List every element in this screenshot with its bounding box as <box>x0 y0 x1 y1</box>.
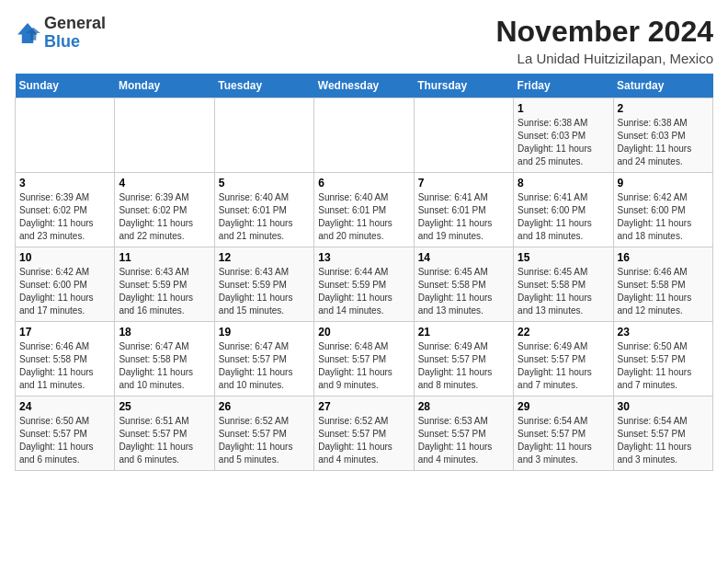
day-number: 5 <box>219 177 310 190</box>
day-number: 4 <box>119 177 210 190</box>
calendar-cell: 19Sunrise: 6:47 AM Sunset: 5:57 PM Dayli… <box>214 322 313 396</box>
day-number: 22 <box>518 326 609 339</box>
day-info: Sunrise: 6:41 AM Sunset: 6:01 PM Dayligh… <box>418 191 509 243</box>
day-number: 15 <box>518 251 609 264</box>
calendar-cell: 3Sunrise: 6:39 AM Sunset: 6:02 PM Daylig… <box>16 173 115 247</box>
day-info: Sunrise: 6:52 AM Sunset: 5:57 PM Dayligh… <box>318 415 409 466</box>
calendar-cell: 8Sunrise: 6:41 AM Sunset: 6:00 PM Daylig… <box>514 173 613 247</box>
header-day-saturday: Saturday <box>613 74 712 98</box>
calendar-cell: 24Sunrise: 6:50 AM Sunset: 5:57 PM Dayli… <box>16 396 115 471</box>
header-day-thursday: Thursday <box>414 74 513 98</box>
day-info: Sunrise: 6:49 AM Sunset: 5:57 PM Dayligh… <box>418 340 509 392</box>
day-info: Sunrise: 6:54 AM Sunset: 5:57 PM Dayligh… <box>618 415 709 466</box>
calendar-cell: 25Sunrise: 6:51 AM Sunset: 5:57 PM Dayli… <box>115 396 214 471</box>
calendar-week-1: 1Sunrise: 6:38 AM Sunset: 6:03 PM Daylig… <box>16 98 713 173</box>
calendar-cell <box>16 98 115 173</box>
calendar-week-2: 3Sunrise: 6:39 AM Sunset: 6:02 PM Daylig… <box>16 173 713 247</box>
day-number: 7 <box>418 177 509 190</box>
day-number: 13 <box>318 251 409 264</box>
calendar-cell: 27Sunrise: 6:52 AM Sunset: 5:57 PM Dayli… <box>314 396 414 471</box>
calendar-cell: 26Sunrise: 6:52 AM Sunset: 5:57 PM Dayli… <box>214 396 313 471</box>
day-info: Sunrise: 6:40 AM Sunset: 6:01 PM Dayligh… <box>318 191 409 243</box>
calendar-table: SundayMondayTuesdayWednesdayThursdayFrid… <box>15 74 713 471</box>
header-day-friday: Friday <box>514 74 613 98</box>
calendar-cell: 10Sunrise: 6:42 AM Sunset: 6:00 PM Dayli… <box>16 247 115 322</box>
day-info: Sunrise: 6:46 AM Sunset: 5:58 PM Dayligh… <box>19 340 110 392</box>
calendar-cell: 11Sunrise: 6:43 AM Sunset: 5:59 PM Dayli… <box>115 247 214 322</box>
day-info: Sunrise: 6:42 AM Sunset: 6:00 PM Dayligh… <box>19 266 110 317</box>
calendar-cell: 29Sunrise: 6:54 AM Sunset: 5:57 PM Dayli… <box>514 396 613 471</box>
title-area: November 2024 La Unidad Huitzizilapan, M… <box>495 15 713 66</box>
day-info: Sunrise: 6:45 AM Sunset: 5:58 PM Dayligh… <box>418 266 509 317</box>
day-number: 30 <box>618 400 709 413</box>
day-number: 19 <box>219 326 310 339</box>
day-info: Sunrise: 6:40 AM Sunset: 6:01 PM Dayligh… <box>219 191 310 243</box>
day-info: Sunrise: 6:51 AM Sunset: 5:57 PM Dayligh… <box>119 415 210 466</box>
logo-blue: Blue <box>44 33 106 52</box>
day-info: Sunrise: 6:52 AM Sunset: 5:57 PM Dayligh… <box>219 415 310 466</box>
calendar-cell: 20Sunrise: 6:48 AM Sunset: 5:57 PM Dayli… <box>314 322 414 396</box>
calendar-cell: 28Sunrise: 6:53 AM Sunset: 5:57 PM Dayli… <box>414 396 513 471</box>
header-day-wednesday: Wednesday <box>314 74 414 98</box>
day-info: Sunrise: 6:54 AM Sunset: 5:57 PM Dayligh… <box>518 415 609 466</box>
day-number: 29 <box>518 400 609 413</box>
month-year: November 2024 <box>495 15 713 49</box>
day-info: Sunrise: 6:38 AM Sunset: 6:03 PM Dayligh… <box>518 117 609 168</box>
header-day-tuesday: Tuesday <box>214 74 313 98</box>
calendar-cell: 2Sunrise: 6:38 AM Sunset: 6:03 PM Daylig… <box>613 98 712 173</box>
day-info: Sunrise: 6:39 AM Sunset: 6:02 PM Dayligh… <box>19 191 110 243</box>
day-info: Sunrise: 6:47 AM Sunset: 5:58 PM Dayligh… <box>119 340 210 392</box>
day-number: 12 <box>219 251 310 264</box>
calendar-cell: 15Sunrise: 6:45 AM Sunset: 5:58 PM Dayli… <box>514 247 613 322</box>
logo-general: General <box>44 15 106 33</box>
day-info: Sunrise: 6:46 AM Sunset: 5:58 PM Dayligh… <box>618 266 709 317</box>
day-number: 11 <box>119 251 210 264</box>
day-info: Sunrise: 6:47 AM Sunset: 5:57 PM Dayligh… <box>219 340 310 392</box>
calendar-cell <box>414 98 513 173</box>
day-info: Sunrise: 6:50 AM Sunset: 5:57 PM Dayligh… <box>19 415 110 466</box>
calendar-cell: 14Sunrise: 6:45 AM Sunset: 5:58 PM Dayli… <box>414 247 513 322</box>
calendar-cell: 9Sunrise: 6:42 AM Sunset: 6:00 PM Daylig… <box>613 173 712 247</box>
day-number: 14 <box>418 251 509 264</box>
day-info: Sunrise: 6:44 AM Sunset: 5:59 PM Dayligh… <box>318 266 409 317</box>
calendar-cell: 30Sunrise: 6:54 AM Sunset: 5:57 PM Dayli… <box>613 396 712 471</box>
calendar-cell: 17Sunrise: 6:46 AM Sunset: 5:58 PM Dayli… <box>16 322 115 396</box>
logo-icon <box>15 20 40 46</box>
location: La Unidad Huitzizilapan, Mexico <box>495 51 713 66</box>
day-number: 27 <box>318 400 409 413</box>
header-day-monday: Monday <box>115 74 214 98</box>
calendar-cell: 23Sunrise: 6:50 AM Sunset: 5:57 PM Dayli… <box>613 322 712 396</box>
calendar-cell: 4Sunrise: 6:39 AM Sunset: 6:02 PM Daylig… <box>115 173 214 247</box>
calendar-cell: 21Sunrise: 6:49 AM Sunset: 5:57 PM Dayli… <box>414 322 513 396</box>
calendar-cell <box>214 98 313 173</box>
day-number: 10 <box>19 251 110 264</box>
calendar-week-3: 10Sunrise: 6:42 AM Sunset: 6:00 PM Dayli… <box>16 247 713 322</box>
day-number: 2 <box>618 102 709 115</box>
day-info: Sunrise: 6:43 AM Sunset: 5:59 PM Dayligh… <box>219 266 310 317</box>
day-number: 17 <box>19 326 110 339</box>
day-info: Sunrise: 6:41 AM Sunset: 6:00 PM Dayligh… <box>518 191 609 243</box>
day-number: 21 <box>418 326 509 339</box>
calendar-cell: 12Sunrise: 6:43 AM Sunset: 5:59 PM Dayli… <box>214 247 313 322</box>
calendar-cell <box>314 98 414 173</box>
calendar-cell: 13Sunrise: 6:44 AM Sunset: 5:59 PM Dayli… <box>314 247 414 322</box>
day-number: 1 <box>518 102 609 115</box>
day-info: Sunrise: 6:48 AM Sunset: 5:57 PM Dayligh… <box>318 340 409 392</box>
day-number: 20 <box>318 326 409 339</box>
calendar-week-4: 17Sunrise: 6:46 AM Sunset: 5:58 PM Dayli… <box>16 322 713 396</box>
calendar-cell: 16Sunrise: 6:46 AM Sunset: 5:58 PM Dayli… <box>613 247 712 322</box>
day-info: Sunrise: 6:49 AM Sunset: 5:57 PM Dayligh… <box>518 340 609 392</box>
day-number: 26 <box>219 400 310 413</box>
header-day-sunday: Sunday <box>16 74 115 98</box>
calendar-cell: 6Sunrise: 6:40 AM Sunset: 6:01 PM Daylig… <box>314 173 414 247</box>
calendar-cell <box>115 98 214 173</box>
day-number: 24 <box>19 400 110 413</box>
day-number: 8 <box>518 177 609 190</box>
calendar-cell: 7Sunrise: 6:41 AM Sunset: 6:01 PM Daylig… <box>414 173 513 247</box>
day-info: Sunrise: 6:38 AM Sunset: 6:03 PM Dayligh… <box>618 117 709 168</box>
day-number: 18 <box>119 326 210 339</box>
calendar-header-row: SundayMondayTuesdayWednesdayThursdayFrid… <box>16 74 713 98</box>
calendar-cell: 5Sunrise: 6:40 AM Sunset: 6:01 PM Daylig… <box>214 173 313 247</box>
day-info: Sunrise: 6:53 AM Sunset: 5:57 PM Dayligh… <box>418 415 509 466</box>
day-number: 28 <box>418 400 509 413</box>
